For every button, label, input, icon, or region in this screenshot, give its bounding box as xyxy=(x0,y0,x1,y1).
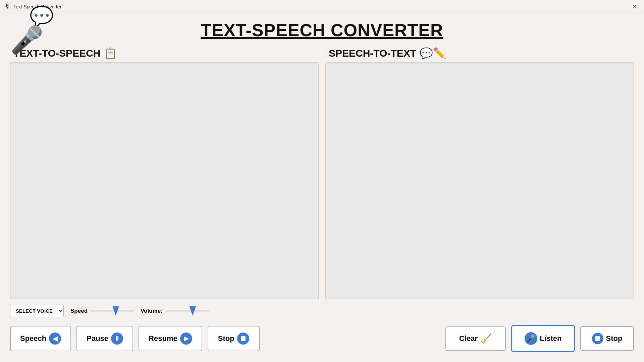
stt-panel: SPEECH-TO-TEXT 💬✏️ xyxy=(325,47,634,299)
volume-label: Volume: xyxy=(141,308,163,314)
pause-button-icon: ⏸ xyxy=(111,333,123,345)
title-bar: 🎙 Text-Speech Converter ✕ xyxy=(0,0,644,13)
speech-button-icon: ◀ xyxy=(49,333,61,345)
app-title: TEXT-SPEECH CONVERTER xyxy=(201,20,443,40)
app-header: 💬 🎤 TEXT-SPEECH CONVERTER xyxy=(10,20,634,40)
pause-button[interactable]: Pause ⏸ xyxy=(76,326,133,351)
resume-button-label: Resume xyxy=(149,334,177,343)
stop-stt-button-icon xyxy=(592,333,603,344)
resume-play-icon: ▶ xyxy=(184,335,189,342)
listen-button[interactable]: 🎤 Listen xyxy=(511,325,575,352)
voice-select[interactable]: SELECT VOICE xyxy=(10,305,64,317)
stop-stt-square-icon xyxy=(595,336,600,341)
broom-icon: 🧹 xyxy=(480,333,492,344)
clear-button[interactable]: Clear 🧹 xyxy=(445,326,506,351)
tts-panel-header: TEXT-TO-SPEECH 📋 xyxy=(10,47,319,60)
pause-bars-icon: ⏸ xyxy=(114,335,120,342)
stop-tts-button-icon xyxy=(237,333,249,345)
app-content: 💬 🎤 TEXT-SPEECH CONVERTER TEXT-TO-SPEECH… xyxy=(0,13,644,362)
speech-button[interactable]: Speech ◀ xyxy=(10,326,71,351)
speech-back-arrow-icon: ◀ xyxy=(53,335,58,343)
resume-button-icon: ▶ xyxy=(180,333,192,345)
listen-button-label: Listen xyxy=(540,334,562,343)
speed-control: Speed xyxy=(70,308,134,314)
stt-textarea[interactable] xyxy=(325,62,634,299)
volume-control: Volume: xyxy=(141,308,209,314)
clear-button-label: Clear xyxy=(459,334,478,343)
stop-square-icon xyxy=(241,336,246,341)
stop-stt-button[interactable]: Stop xyxy=(580,326,634,351)
stop-tts-button[interactable]: Stop xyxy=(208,326,260,351)
speech-bubble-icon: 💬 xyxy=(30,7,54,26)
close-button[interactable]: ✕ xyxy=(630,2,639,11)
tts-panel: TEXT-TO-SPEECH 📋 xyxy=(10,47,319,299)
tts-heading-icon: 📋 xyxy=(104,47,117,60)
stt-panel-header: SPEECH-TO-TEXT 💬✏️ xyxy=(325,47,634,60)
stt-heading-text: SPEECH-TO-TEXT xyxy=(329,48,416,59)
microphone-icon: 🎤 xyxy=(10,27,44,54)
microphone-symbol-icon: 🎤 xyxy=(526,334,535,343)
app-logo: 💬 🎤 xyxy=(10,7,50,54)
action-buttons-row: Speech ◀ Pause ⏸ Resume ▶ Stop xyxy=(10,322,634,355)
speed-slider[interactable] xyxy=(90,310,134,312)
pause-button-label: Pause xyxy=(87,334,108,343)
stop-tts-button-label: Stop xyxy=(218,334,234,343)
listen-mic-icon: 🎤 xyxy=(525,332,537,345)
resume-button[interactable]: Resume ▶ xyxy=(139,326,202,351)
stop-stt-button-label: Stop xyxy=(606,334,623,343)
speech-button-label: Speech xyxy=(20,334,46,343)
controls-row: SELECT VOICE Speed Volume: xyxy=(10,303,634,318)
right-buttons: Clear 🧹 🎤 Listen Stop xyxy=(445,325,634,352)
volume-slider[interactable] xyxy=(165,310,209,312)
stt-heading-icon: 💬✏️ xyxy=(420,47,446,60)
panels-row: TEXT-TO-SPEECH 📋 SPEECH-TO-TEXT 💬✏️ xyxy=(10,47,634,299)
speed-label: Speed xyxy=(70,308,88,314)
logo-icon-wrapper: 💬 🎤 xyxy=(10,7,50,54)
tts-textarea[interactable] xyxy=(10,62,319,299)
